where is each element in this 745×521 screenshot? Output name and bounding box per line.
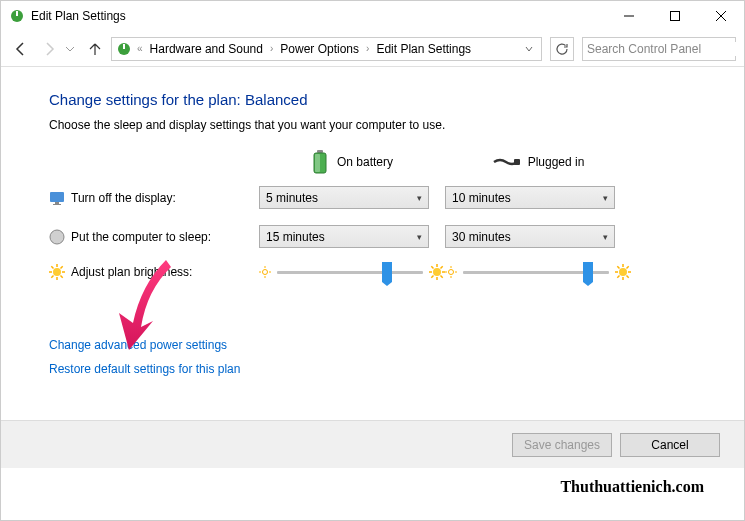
chevron-down-icon[interactable] bbox=[525, 42, 537, 56]
plug-icon bbox=[492, 156, 520, 168]
svg-line-54 bbox=[627, 266, 629, 268]
chevron-down-icon: ▾ bbox=[417, 193, 422, 203]
display-battery-dropdown[interactable]: 5 minutes ▾ bbox=[259, 186, 429, 209]
sleep-label: Put the computer to sleep: bbox=[71, 230, 211, 244]
column-headers: On battery Plugged in bbox=[49, 150, 696, 174]
breadcrumb-item[interactable]: Power Options bbox=[278, 40, 361, 58]
svg-line-24 bbox=[61, 276, 63, 278]
brightness-label: Adjust plan brightness: bbox=[71, 265, 192, 279]
display-plugged-dropdown[interactable]: 10 minutes ▾ bbox=[445, 186, 615, 209]
display-setting-row: Turn off the display: 5 minutes ▾ 10 min… bbox=[49, 186, 696, 209]
brightness-battery-slider[interactable] bbox=[259, 264, 445, 280]
power-options-icon bbox=[116, 41, 132, 57]
svg-rect-15 bbox=[55, 202, 59, 204]
slider-track[interactable] bbox=[277, 271, 423, 274]
svg-line-51 bbox=[617, 266, 619, 268]
search-input[interactable] bbox=[582, 37, 736, 61]
advanced-settings-link[interactable]: Change advanced power settings bbox=[49, 338, 696, 352]
svg-line-52 bbox=[627, 276, 629, 278]
search-field[interactable] bbox=[587, 42, 737, 56]
save-button[interactable]: Save changes bbox=[512, 433, 612, 457]
sleep-plugged-dropdown[interactable]: 30 minutes ▾ bbox=[445, 225, 615, 248]
monitor-icon bbox=[49, 190, 65, 206]
svg-line-38 bbox=[441, 276, 443, 278]
window-title: Edit Plan Settings bbox=[31, 9, 606, 23]
display-label: Turn off the display: bbox=[71, 191, 176, 205]
moon-icon bbox=[49, 229, 65, 245]
restore-defaults-link[interactable]: Restore default settings for this plan bbox=[49, 362, 696, 376]
brightness-plugged-slider[interactable] bbox=[445, 264, 631, 280]
svg-rect-7 bbox=[123, 44, 125, 49]
up-button[interactable] bbox=[83, 37, 107, 61]
content: Change settings for the plan: Balanced C… bbox=[1, 67, 744, 376]
breadcrumb[interactable]: « Hardware and Sound › Power Options › E… bbox=[111, 37, 542, 61]
chevron-right-icon: › bbox=[363, 43, 372, 54]
cancel-button[interactable]: Cancel bbox=[620, 433, 720, 457]
svg-point-32 bbox=[433, 268, 441, 276]
svg-line-53 bbox=[617, 276, 619, 278]
footer: Save changes Cancel bbox=[1, 420, 744, 468]
back-button[interactable] bbox=[9, 37, 33, 61]
svg-line-40 bbox=[441, 266, 443, 268]
svg-rect-3 bbox=[671, 12, 680, 21]
power-options-icon bbox=[9, 8, 25, 24]
chevron-down-icon: ▾ bbox=[417, 232, 422, 242]
page-subtitle: Choose the sleep and display settings th… bbox=[49, 118, 696, 132]
svg-line-25 bbox=[51, 276, 53, 278]
refresh-button[interactable] bbox=[550, 37, 574, 61]
svg-rect-1 bbox=[16, 11, 18, 16]
svg-rect-13 bbox=[514, 159, 520, 165]
svg-line-26 bbox=[61, 266, 63, 268]
chevron-left-icon: « bbox=[134, 43, 146, 54]
titlebar: Edit Plan Settings bbox=[1, 1, 744, 31]
sleep-setting-row: Put the computer to sleep: 15 minutes ▾ … bbox=[49, 225, 696, 248]
maximize-button[interactable] bbox=[652, 1, 698, 31]
sun-icon bbox=[49, 264, 65, 280]
svg-rect-12 bbox=[315, 154, 320, 172]
plugged-label: Plugged in bbox=[528, 155, 585, 169]
watermark: Thuthuattienich.com bbox=[560, 478, 704, 496]
plugged-column-header: Plugged in bbox=[445, 150, 631, 174]
chevron-down-icon: ▾ bbox=[603, 193, 608, 203]
svg-point-46 bbox=[619, 268, 627, 276]
svg-point-27 bbox=[263, 270, 268, 275]
sleep-battery-dropdown[interactable]: 15 minutes ▾ bbox=[259, 225, 429, 248]
battery-label: On battery bbox=[337, 155, 393, 169]
navbar: « Hardware and Sound › Power Options › E… bbox=[1, 31, 744, 67]
svg-point-17 bbox=[50, 230, 64, 244]
slider-track[interactable] bbox=[463, 271, 609, 274]
svg-line-39 bbox=[431, 276, 433, 278]
chevron-down-icon: ▾ bbox=[603, 232, 608, 242]
brightness-setting-row: Adjust plan brightness: bbox=[49, 264, 696, 280]
svg-point-18 bbox=[53, 268, 61, 276]
svg-rect-14 bbox=[50, 192, 64, 202]
forward-button[interactable] bbox=[37, 37, 61, 61]
battery-icon bbox=[311, 150, 329, 174]
links-section: Change advanced power settings Restore d… bbox=[49, 338, 696, 376]
history-dropdown[interactable] bbox=[65, 40, 79, 58]
sun-dim-icon bbox=[445, 266, 457, 278]
battery-column-header: On battery bbox=[259, 150, 445, 174]
svg-rect-16 bbox=[53, 204, 61, 205]
breadcrumb-item[interactable]: Hardware and Sound bbox=[148, 40, 265, 58]
close-button[interactable] bbox=[698, 1, 744, 31]
sun-bright-icon bbox=[615, 264, 631, 280]
sun-bright-icon bbox=[429, 264, 445, 280]
slider-thumb[interactable] bbox=[583, 262, 593, 282]
page-title: Change settings for the plan: Balanced bbox=[49, 91, 696, 108]
svg-line-23 bbox=[51, 266, 53, 268]
breadcrumb-item[interactable]: Edit Plan Settings bbox=[374, 40, 473, 58]
sun-dim-icon bbox=[259, 266, 271, 278]
slider-thumb[interactable] bbox=[382, 262, 392, 282]
svg-point-41 bbox=[449, 270, 454, 275]
svg-line-37 bbox=[431, 266, 433, 268]
minimize-button[interactable] bbox=[606, 1, 652, 31]
chevron-right-icon: › bbox=[267, 43, 276, 54]
